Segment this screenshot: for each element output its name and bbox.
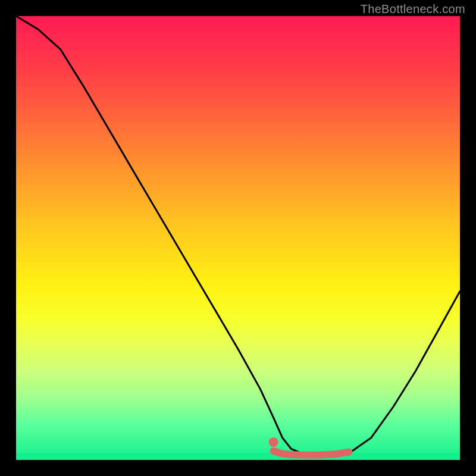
watermark-text: TheBottleneck.com xyxy=(361,2,465,16)
bottleneck-curve xyxy=(16,16,460,456)
outer-frame: TheBottleneck.com xyxy=(0,0,476,476)
plot-area xyxy=(16,16,460,460)
chart-svg xyxy=(16,16,460,460)
start-dot-icon xyxy=(269,437,278,447)
highlight-segment xyxy=(274,451,349,455)
